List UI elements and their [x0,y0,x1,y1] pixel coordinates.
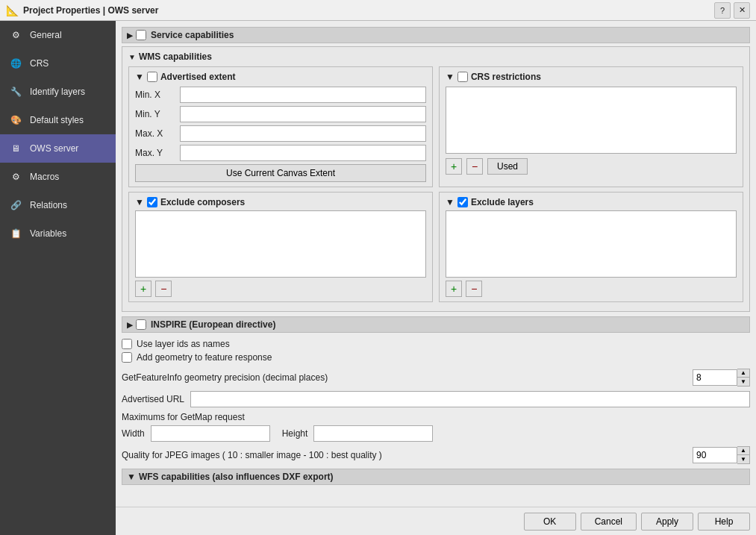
help-titlebar-button[interactable]: ? [714,2,731,19]
exclude-composers-remove-button[interactable]: − [155,281,172,297]
inspire-header: ▶ INSPIRE (European directive) [122,316,750,333]
variables-icon: 📋 [7,225,24,242]
help-button[interactable]: Help [698,513,750,531]
exclude-layers-checkbox[interactable] [457,197,468,207]
quality-down-button[interactable]: ▼ [737,455,749,463]
exclude-composers-checkbox[interactable] [147,197,157,207]
ok-button[interactable]: OK [524,513,576,531]
quality-spinner: ▲ ▼ [693,446,750,464]
min-y-input[interactable] [180,106,426,122]
bottom-spacer [122,488,750,503]
wms-exclude-columns: ▼ Exclude composers + − ▼ [128,192,743,302]
crs-restrictions-checkbox[interactable] [457,72,468,82]
sidebar-label-default-styles: Default styles [30,115,84,125]
apply-button[interactable]: Apply [641,513,693,531]
sidebar-item-macros[interactable]: ⚙ Macros [0,163,116,191]
exclude-layers-remove-button[interactable]: − [466,281,482,297]
sidebar-item-general[interactable]: ⚙ General [0,21,116,49]
advertised-url-input[interactable] [190,391,750,407]
macros-icon: ⚙ [7,169,24,185]
service-capabilities-label: Service capabilities [151,30,234,40]
advertised-extent-label: Advertised extent [160,72,236,82]
use-layer-ids-checkbox[interactable] [122,339,132,349]
crs-used-button[interactable]: Used [487,158,528,175]
sidebar-item-variables[interactable]: 📋 Variables [0,219,116,248]
advertised-extent-checkbox[interactable] [147,72,157,82]
crs-restrictions-header: ▼ CRS restrictions [446,72,737,82]
crs-restrictions-arrow[interactable]: ▼ [446,72,454,82]
use-layer-ids-label: Use layer ids as names [137,339,230,349]
add-geometry-row: Add geometry to feature response [122,352,750,363]
getfeatureinfo-down-button[interactable]: ▼ [737,378,749,386]
service-capabilities-arrow[interactable]: ▶ [127,31,133,40]
main-layout: ⚙ General 🌐 CRS 🔧 Identify layers 🎨 Defa… [0,21,756,535]
quality-input[interactable] [693,447,737,463]
exclude-composers-header: ▼ Exclude composers [135,197,426,207]
max-x-label: Max. X [135,128,180,139]
sidebar-item-relations[interactable]: 🔗 Relations [0,191,116,219]
sidebar-item-crs[interactable]: 🌐 CRS [0,49,116,78]
ows-server-icon: 🖥 [7,140,24,157]
exclude-composers-add-button[interactable]: + [135,281,151,297]
wms-capabilities-group: ▼ WMS capabilities ▼ Advertised extent M… [122,46,750,312]
exclude-composers-arrow[interactable]: ▼ [135,197,144,207]
maximums-label: Maximums for GetMap request [122,412,750,422]
max-y-input[interactable] [180,145,426,161]
add-geometry-label: Add geometry to feature response [137,352,272,363]
getfeatureinfo-spinner-btns: ▲ ▼ [737,369,750,387]
height-label: Height [282,428,308,439]
sidebar-item-ows-server[interactable]: 🖥 OWS server [0,134,116,163]
max-x-input[interactable] [180,125,426,142]
sidebar-label-relations: Relations [30,200,67,210]
crs-remove-button[interactable]: − [466,158,483,175]
panel-scroll[interactable]: ▶ Service capabilities ▼ WMS capabilitie… [116,21,756,507]
close-titlebar-button[interactable]: ✕ [734,2,750,19]
advertised-extent-header: ▼ Advertised extent [135,72,426,82]
width-label: Width [122,428,145,439]
sidebar-label-general: General [30,30,62,40]
min-y-label: Min. Y [135,109,180,119]
app-icon: 📐 [6,4,19,16]
add-geometry-checkbox[interactable] [122,352,132,363]
exclude-layers-list[interactable] [446,210,737,278]
crs-buttons: + − Used [446,158,737,175]
exclude-composers-list[interactable] [135,210,426,278]
exclude-layers-col: ▼ Exclude layers + − [439,192,743,302]
bottom-bar: OK Cancel Apply Help [116,507,756,535]
getfeatureinfo-input[interactable] [693,369,737,386]
use-current-canvas-button[interactable]: Use Current Canvas Extent [135,164,426,182]
cancel-button[interactable]: Cancel [581,513,637,531]
exclude-layers-header: ▼ Exclude layers [446,197,737,207]
sidebar-item-identify-layers[interactable]: 🔧 Identify layers [0,78,116,106]
min-x-input[interactable] [180,87,426,103]
width-input[interactable] [151,425,270,442]
exclude-layers-add-button[interactable]: + [446,281,462,297]
relations-icon: 🔗 [7,197,24,213]
service-capabilities-checkbox[interactable] [136,30,146,40]
inspire-checkbox[interactable] [136,319,146,330]
wms-arrow[interactable]: ▼ [128,53,136,61]
getfeatureinfo-spinner: ▲ ▼ [693,369,750,387]
advertised-extent-arrow[interactable]: ▼ [135,72,144,82]
wfs-arrow[interactable]: ▼ [127,472,136,482]
inspire-arrow[interactable]: ▶ [127,321,133,329]
exclude-layers-arrow[interactable]: ▼ [446,197,454,207]
wfs-capabilities-header: ▼ WFS capabilities (also influences DXF … [122,469,750,485]
use-layer-ids-row: Use layer ids as names [122,339,750,349]
wms-capabilities-label: WMS capabilities [139,51,212,62]
getfeatureinfo-up-button[interactable]: ▲ [737,369,749,378]
sidebar-item-default-styles[interactable]: 🎨 Default styles [0,106,116,134]
wfs-capabilities-label: WFS capabilities (also influences DXF ex… [139,472,334,482]
quality-row: Quality for JPEG images ( 10 : smaller i… [122,446,750,464]
height-input[interactable] [313,425,433,442]
quality-spinner-btns: ▲ ▼ [737,446,750,464]
advertised-extent-col: ▼ Advertised extent Min. X Min. Y [128,66,433,187]
sidebar-label-crs: CRS [30,58,49,69]
default-styles-icon: 🎨 [7,112,24,128]
quality-up-button[interactable]: ▲ [737,447,749,455]
min-x-row: Min. X [135,87,426,103]
exclude-composers-buttons: + − [135,281,426,297]
crs-restrictions-list[interactable] [446,87,737,154]
sidebar-label-macros: Macros [30,172,59,182]
crs-add-button[interactable]: + [446,158,462,175]
